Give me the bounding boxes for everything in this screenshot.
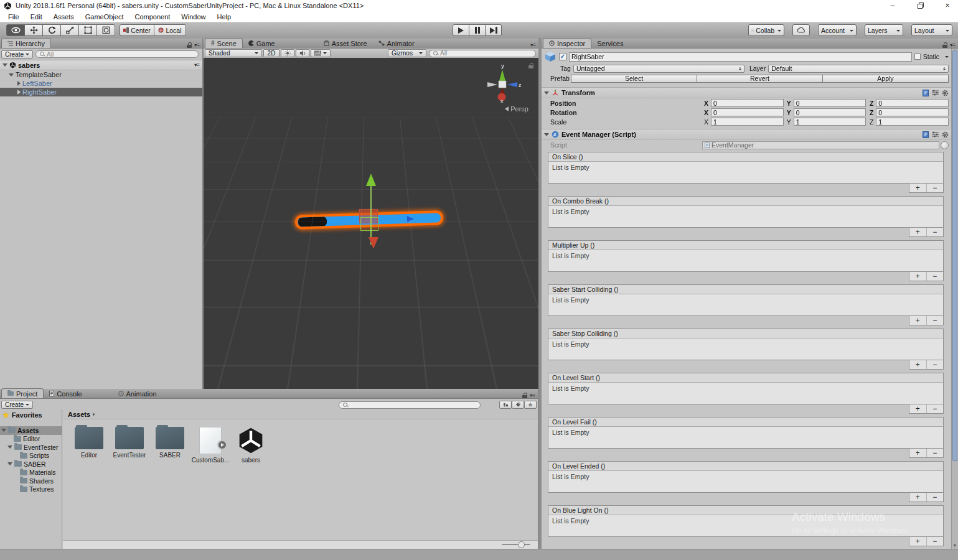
tree-item-saber[interactable]: SABER [0, 460, 62, 469]
2d-toggle-button[interactable]: 2D [263, 49, 279, 57]
tag-dropdown[interactable]: Untagged [573, 65, 744, 73]
scale-tool-button[interactable] [60, 24, 79, 36]
foldout-open-icon[interactable] [9, 73, 14, 77]
pause-button[interactable] [469, 24, 486, 36]
layout-button[interactable]: Layout [911, 24, 952, 36]
position-x-field[interactable]: 0 [711, 99, 784, 107]
move-tool-button[interactable] [24, 24, 43, 36]
object-picker-icon[interactable] [941, 141, 949, 149]
remove-event-button[interactable]: − [927, 537, 944, 546]
project-tab[interactable]: Project [1, 388, 44, 398]
reference-doc-icon[interactable] [923, 90, 929, 96]
scrollbar-down-arrow-icon[interactable]: ▼ [952, 543, 958, 548]
console-tab[interactable]: Console [44, 389, 87, 398]
gameobject-name-field[interactable] [569, 52, 912, 62]
foldout-open-icon[interactable] [1, 429, 6, 432]
add-event-button[interactable]: + [909, 493, 927, 502]
prefab-revert-button[interactable]: Revert [697, 75, 823, 83]
remove-event-button[interactable]: − [927, 228, 944, 236]
favorites-filter-button[interactable]: ★ [524, 401, 537, 409]
rotation-x-field[interactable]: 0 [711, 108, 784, 116]
services-tab[interactable]: Services [591, 39, 629, 48]
breadcrumb[interactable]: Assets [63, 409, 538, 419]
scene-effects-button[interactable] [311, 49, 331, 57]
scrollbar-thumb[interactable] [952, 50, 957, 461]
add-event-button[interactable]: + [909, 449, 927, 457]
layers-button[interactable]: Layers [865, 24, 903, 36]
tree-item-assets[interactable]: Assets [0, 426, 62, 435]
add-event-button[interactable]: + [909, 360, 927, 369]
rotate-tool-button[interactable] [42, 24, 61, 36]
layer-dropdown[interactable]: Default [768, 65, 949, 73]
lock-icon[interactable] [528, 63, 533, 68]
game-tab[interactable]: Game [243, 39, 281, 48]
tree-item-shaders[interactable]: Shaders [0, 477, 62, 485]
foldout-open-icon[interactable] [2, 63, 7, 67]
gizmo-y-arrow-icon[interactable] [366, 174, 376, 186]
foldout-open-icon[interactable] [7, 462, 12, 465]
panel-menu-icon[interactable]: ▾≡ [530, 42, 536, 48]
gizmo-plane-handle-green[interactable] [360, 217, 378, 231]
search-by-type-button[interactable] [499, 401, 512, 409]
static-dropdown-caret-icon[interactable] [945, 56, 949, 60]
active-checkbox[interactable]: ✓ [559, 53, 566, 60]
static-checkbox[interactable] [914, 54, 921, 60]
foldout-closed-icon[interactable] [17, 90, 21, 95]
close-button[interactable]: × [943, 0, 952, 11]
menu-gameobject[interactable]: GameObject [80, 11, 129, 22]
tree-item-materials[interactable]: Materials [0, 469, 62, 477]
menu-assets[interactable]: Assets [48, 11, 80, 22]
lock-icon[interactable] [187, 42, 192, 48]
project-create-button[interactable]: Create [1, 401, 33, 409]
persp-mode-label[interactable]: Persp [505, 105, 528, 113]
asset-store-tab[interactable]: Asset Store [318, 39, 373, 48]
rect-tool-button[interactable] [78, 24, 97, 36]
remove-event-button[interactable]: − [927, 316, 944, 325]
scene-tab[interactable]: # Scene [205, 38, 243, 48]
asset-item-customsaber[interactable]: CustomSab... [195, 427, 225, 464]
tree-item-editor[interactable]: Editor [0, 435, 62, 444]
add-event-button[interactable]: + [909, 184, 927, 192]
remove-event-button[interactable]: − [927, 360, 944, 369]
rotation-z-field[interactable]: 0 [876, 108, 949, 116]
prefab-apply-button[interactable]: Apply [822, 75, 949, 83]
add-event-button[interactable]: + [909, 537, 927, 546]
hierarchy-item-rightsaber[interactable]: RightSaber [0, 88, 202, 96]
asset-item-eventtester[interactable]: EventTester [115, 427, 144, 464]
remove-event-button[interactable]: − [927, 449, 944, 457]
remove-event-button[interactable]: − [927, 493, 944, 502]
orientation-gizmo[interactable]: y z x [482, 62, 522, 103]
menu-window[interactable]: Window [176, 11, 211, 22]
asset-item-saber[interactable]: SABER [155, 427, 185, 464]
animation-tab[interactable]: Animation [113, 389, 162, 398]
add-event-button[interactable]: + [909, 316, 927, 325]
panel-menu-icon[interactable]: ▾≡ [194, 42, 200, 48]
scene-search-input[interactable]: All [429, 50, 536, 57]
tree-item-textures[interactable]: Textures [0, 485, 62, 494]
lock-icon[interactable] [522, 393, 527, 398]
inspector-tab[interactable]: Inspector [543, 38, 591, 48]
step-button[interactable] [485, 24, 502, 36]
minimize-button[interactable]: – [888, 0, 897, 11]
rotation-y-field[interactable]: 0 [794, 108, 866, 116]
foldout-closed-icon[interactable] [17, 81, 21, 86]
play-button[interactable] [453, 24, 469, 36]
hierarchy-create-button[interactable]: Create [1, 50, 33, 58]
foldout-open-icon[interactable] [544, 91, 549, 95]
tree-item-eventtester[interactable]: EventTester [0, 443, 62, 452]
restore-button[interactable] [916, 0, 924, 11]
preset-icon[interactable] [932, 131, 939, 138]
panel-menu-icon[interactable]: ▾≡ [950, 42, 956, 48]
hierarchy-search-input[interactable]: All [35, 50, 199, 58]
hand-tool-button[interactable] [6, 24, 25, 36]
asset-item-editor[interactable]: Editor [74, 427, 104, 464]
hierarchy-item-leftsaber[interactable]: LeftSaber [0, 79, 202, 88]
scene-audio-button[interactable] [296, 49, 309, 57]
asset-item-sabers-scene[interactable]: sabers [236, 427, 266, 464]
remove-event-button[interactable]: − [927, 184, 944, 192]
foldout-open-icon[interactable] [544, 133, 549, 136]
scene-lighting-button[interactable] [281, 49, 294, 57]
tree-item-scripts[interactable]: Scripts [0, 452, 62, 460]
scale-z-field[interactable]: 1 [876, 118, 949, 126]
add-event-button[interactable]: + [909, 228, 927, 236]
